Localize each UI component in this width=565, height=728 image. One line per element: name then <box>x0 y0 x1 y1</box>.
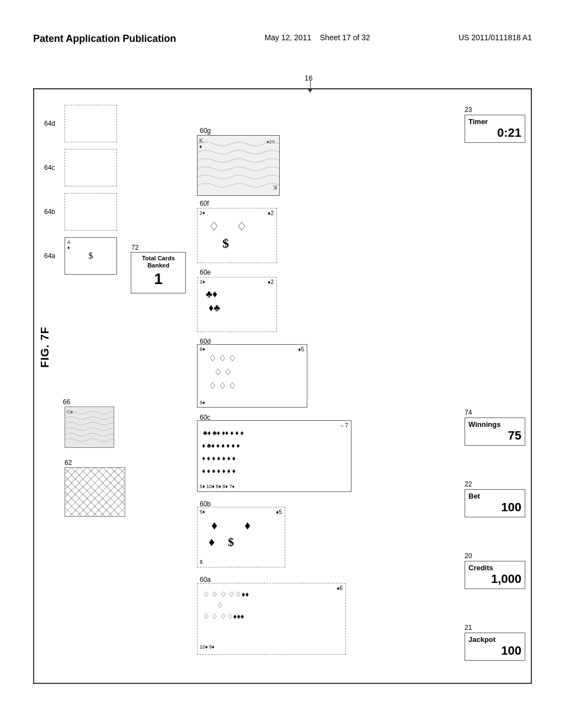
banked-value: 1 <box>134 269 183 289</box>
svg-text:C♠: C♠ <box>67 409 73 415</box>
ref-74: 74 <box>465 409 525 416</box>
publication-date: May 12, 2011 Sheet 17 of 32 <box>264 33 370 42</box>
ref-64a: 64a <box>44 252 55 260</box>
credits-value: 1,000 <box>468 572 521 586</box>
card-64a-center: $ <box>89 251 93 261</box>
card-60e: ♦2 ♣♦ ♦♣ 2♦ <box>197 277 277 332</box>
card-60g: K ♦ K x ♦2 <box>197 135 280 196</box>
card-slot-64d: 64d <box>65 105 117 142</box>
card-64a-corner-tl: A♦ <box>67 239 71 250</box>
card-60c: ←7 ♣♦ ♣♦ ♦♦ ♦ ♦ ♦ ♦ ♣♦ ♦ ♦ ♦ ♦ ♦ ♦ ♦ ♦ ♦… <box>197 420 351 492</box>
ref-72: 72 <box>131 244 138 251</box>
ref-16-label: 16 <box>305 74 312 82</box>
bet-value: 100 <box>468 500 521 515</box>
winnings-value: 75 <box>468 429 521 443</box>
card-slot-64a: 64a A♦ $ <box>65 237 117 275</box>
banked-box: 72 Total Cards Banked 1 <box>131 252 186 293</box>
ref-60a: 60a <box>200 576 211 584</box>
ref-23: 23 <box>465 106 525 114</box>
timer-value: 0:21 <box>468 126 521 140</box>
credits-box: 20 Credits 1,000 <box>465 552 525 589</box>
card-60d: ♦5 ♢ ♢ ♢ ♢ ♢ ♢ ♢ ♢ 6♦ 5♦ <box>197 344 307 408</box>
ref-16-arrow-head <box>308 89 312 93</box>
ref-64d: 64d <box>44 120 55 127</box>
ref-64b: 64b <box>44 208 55 216</box>
card-66-image: C♠ <box>65 406 114 448</box>
ref-64c: 64c <box>44 164 55 172</box>
svg-text:x: x <box>272 138 275 144</box>
svg-text:♦2: ♦2 <box>266 139 272 144</box>
diagram-container: 16 FIG. 7F 64d 64c 64b 64a A♦ $ 66 <box>33 88 532 684</box>
timer-box: 23 Timer 0:21 <box>465 106 525 143</box>
credits-label: Credits <box>468 564 521 572</box>
winnings-box: 74 Winnings 75 <box>465 409 525 446</box>
card-60a: ♦6 ♢ ♢ ♢ ♢♢♦♦ ♢ ♢ ♢ ♢♢♦♦♦ 10♦ 9♦ <box>197 583 346 655</box>
svg-text:♦: ♦ <box>199 143 202 149</box>
ref-20: 20 <box>465 552 525 560</box>
card-slot-64b: 64b <box>65 193 117 231</box>
card-slot-64c: 64c <box>65 149 117 186</box>
winnings-label: Winnings <box>468 420 521 429</box>
jackpot-value: 100 <box>468 644 521 658</box>
ref-60g: 60g <box>200 127 211 135</box>
svg-text:K: K <box>273 184 277 190</box>
publication-title: Patent Application Publication <box>33 33 176 45</box>
ref-22: 22 <box>465 480 525 488</box>
ref-60e: 60e <box>200 269 211 276</box>
publication-number: US 2011/0111818 A1 <box>459 33 532 42</box>
jackpot-box: 21 Jackpot 100 <box>465 624 525 661</box>
card-62-facedown <box>65 467 125 517</box>
bet-label: Bet <box>468 492 521 500</box>
bet-box: 22 Bet 100 <box>465 480 525 517</box>
page-header: Patent Application Publication May 12, 2… <box>0 33 565 45</box>
card-60b: ♦5 ♦ ♦ $ ♦ 5♦ $ <box>197 507 285 568</box>
ref-66: 66 <box>63 398 70 406</box>
timer-label: Timer <box>468 117 521 126</box>
jackpot-label: Jackpot <box>468 635 521 644</box>
card-60f: ♦2 ♢ ♢ $ 2♦ <box>197 208 277 263</box>
svg-rect-2 <box>198 136 280 196</box>
figure-label: FIG. 7F <box>39 326 51 368</box>
ref-21: 21 <box>465 624 525 631</box>
ref-60f: 60f <box>200 200 209 207</box>
ref-62: 62 <box>65 459 72 467</box>
banked-label: Total Cards Banked <box>134 255 183 269</box>
